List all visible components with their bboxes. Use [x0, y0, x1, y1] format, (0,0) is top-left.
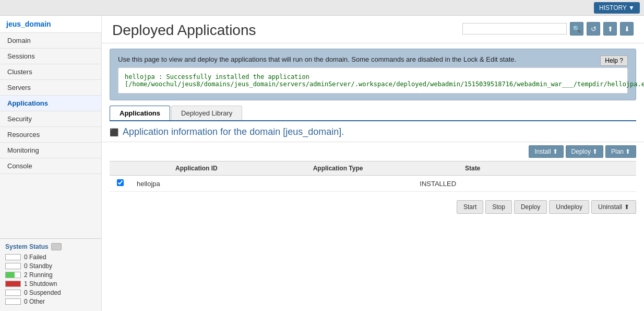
sidebar: jeus_domain Domain Sessions Clusters Ser…	[0, 16, 102, 311]
standby-indicator	[5, 263, 21, 269]
start-button[interactable]: Start	[457, 200, 483, 214]
sidebar-item-domain[interactable]: Domain	[0, 33, 101, 49]
deploy-label: Deploy	[571, 148, 591, 155]
stop-button[interactable]: Stop	[485, 200, 512, 214]
status-row-other: 0 Other	[5, 298, 96, 305]
search-input[interactable]	[462, 23, 567, 34]
domain-link[interactable]: jeus_domain	[6, 20, 51, 28]
status-row-standby: 0 Standby	[5, 262, 96, 270]
other-label: 0 Other	[24, 298, 45, 305]
suspended-indicator	[5, 290, 21, 296]
shutdown-indicator	[5, 281, 21, 287]
section-heading-text: Application information for the domain […	[123, 126, 344, 137]
sidebar-nav: Domain Sessions Clusters Servers Applica…	[0, 33, 101, 238]
row-checkbox-cell	[110, 176, 130, 192]
tab-deployed-library[interactable]: Deployed Library	[171, 106, 242, 120]
download-button[interactable]: ⬇	[620, 22, 634, 36]
applications-table: Application ID Application Type State he…	[110, 161, 636, 192]
table-container: Application ID Application Type State he…	[102, 161, 644, 192]
sidebar-item-console[interactable]: Console	[0, 158, 101, 174]
row-checkbox[interactable]	[117, 179, 124, 186]
content-header: Deployed Applications 🔍 ↺ ⬆ ⬇	[102, 16, 644, 43]
sidebar-item-sessions[interactable]: Sessions	[0, 49, 101, 64]
sidebar-item-applications[interactable]: Applications	[0, 96, 101, 111]
running-indicator	[5, 272, 21, 278]
uninstall-button[interactable]: Uninstall ⬆	[591, 200, 636, 214]
content-area: Deployed Applications 🔍 ↺ ⬆ ⬇ Help ? Use…	[102, 16, 644, 311]
standby-label: 0 Standby	[24, 262, 52, 270]
row-actions	[532, 176, 636, 192]
status-row-failed: 0 Failed	[5, 254, 96, 261]
sidebar-item-servers[interactable]: Servers	[0, 80, 101, 96]
history-button[interactable]: HISTORY ▼	[594, 2, 640, 14]
col-actions-header	[532, 162, 636, 176]
plan-label: Plan	[611, 148, 624, 155]
section-heading: ⬛ Application information for the domain…	[102, 121, 644, 142]
system-status: System Status 0 Failed 0 Standby 2 Runni…	[0, 238, 101, 311]
refresh-button[interactable]: ↺	[587, 22, 600, 36]
failed-indicator	[5, 254, 21, 260]
section-icon: ⬛	[110, 128, 118, 136]
undeploy-button[interactable]: Undeploy	[549, 200, 589, 214]
top-bar: HISTORY ▼	[0, 0, 644, 16]
info-description: Use this page to view and deploy the app…	[118, 55, 628, 63]
tab-applications[interactable]: Applications	[110, 106, 170, 121]
sidebar-item-security[interactable]: Security	[0, 111, 101, 127]
uninstall-label: Uninstall	[598, 203, 622, 211]
main-area: jeus_domain Domain Sessions Clusters Ser…	[0, 16, 644, 311]
table-actions: Install ⬆ Deploy ⬆ Plan ⬆	[102, 142, 644, 161]
toggle-icon[interactable]	[51, 243, 62, 250]
sidebar-logo: jeus_domain	[0, 16, 101, 33]
tabs-bar: Applications Deployed Library	[110, 106, 636, 121]
other-indicator	[5, 298, 21, 305]
plan-button[interactable]: Plan ⬆	[605, 145, 636, 158]
shutdown-label: 1 Shutdown	[24, 280, 57, 287]
col-checkbox	[110, 162, 130, 176]
col-application-type: Application Type	[263, 162, 413, 176]
row-state: INSTALLED	[413, 176, 532, 192]
col-state: State	[413, 162, 532, 176]
bottom-actions: Start Stop Deploy Undeploy Uninstall ⬆	[102, 197, 644, 219]
table-row: hellojpa INSTALLED	[110, 176, 636, 192]
status-row-suspended: 0 Suspended	[5, 289, 96, 296]
page-title: Deployed Applications	[112, 22, 256, 39]
suspended-label: 0 Suspended	[24, 289, 61, 296]
deploy-button[interactable]: Deploy ⬆	[566, 145, 603, 158]
top-right-controls: 🔍 ↺ ⬆ ⬇	[462, 22, 634, 36]
uninstall-icon: ⬆	[624, 203, 629, 211]
help-button[interactable]: Help ?	[600, 55, 628, 66]
status-row-shutdown: 1 Shutdown	[5, 280, 96, 287]
bottom-deploy-button[interactable]: Deploy	[514, 200, 547, 214]
row-application-id: hellojpa	[130, 176, 263, 192]
running-label: 2 Running	[24, 271, 53, 279]
info-box: Help ? Use this page to view and deploy …	[110, 49, 636, 100]
table-header-row: Application ID Application Type State	[110, 162, 636, 176]
sidebar-item-monitoring[interactable]: Monitoring	[0, 143, 101, 158]
sidebar-item-clusters[interactable]: Clusters	[0, 64, 101, 80]
install-button[interactable]: Install ⬆	[529, 145, 563, 158]
system-status-title: System Status	[5, 243, 96, 250]
col-application-id: Application ID	[130, 162, 263, 176]
status-row-running: 2 Running	[5, 271, 96, 279]
info-message: hellojpa : Successfully installed the ap…	[118, 67, 628, 94]
failed-label: 0 Failed	[24, 254, 46, 261]
sidebar-item-resources[interactable]: Resources	[0, 127, 101, 143]
install-label: Install	[534, 148, 551, 155]
upload-button[interactable]: ⬆	[603, 22, 617, 36]
row-application-type	[263, 176, 413, 192]
app-wrapper: HISTORY ▼ jeus_domain Domain Sessions Cl…	[0, 0, 644, 311]
search-button[interactable]: 🔍	[570, 22, 583, 36]
